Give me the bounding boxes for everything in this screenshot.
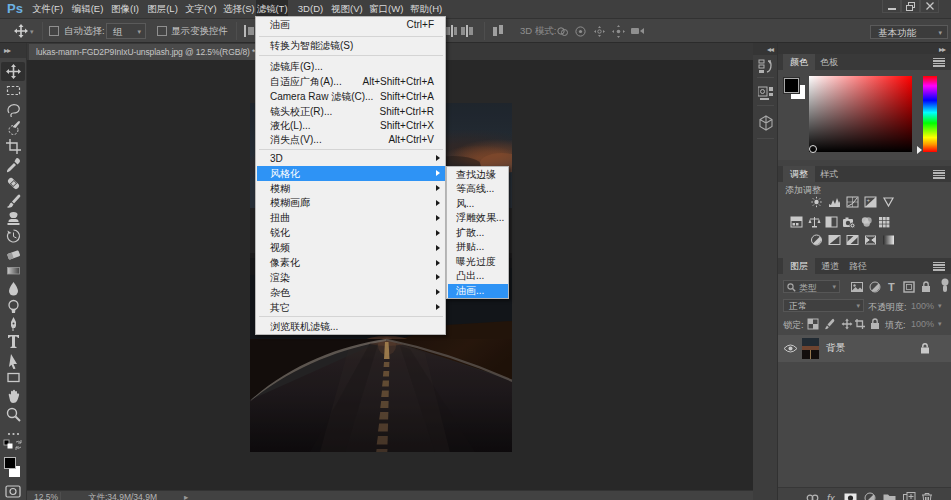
- svg-text:+: +: [867, 197, 871, 203]
- svg-text:T: T: [888, 281, 895, 293]
- svg-text:fx: fx: [827, 493, 836, 500]
